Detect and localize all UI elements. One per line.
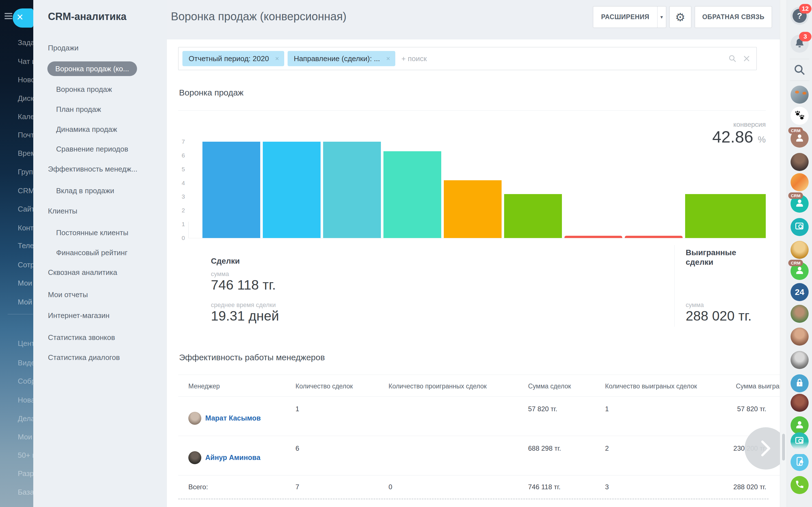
rail-item-11[interactable]: Контакт-центр [18,224,33,232]
rail-item-2[interactable]: Чат и звонки [18,57,33,66]
chevron-down-icon: ▼ [659,15,664,19]
bitrix24-badge[interactable]: 24 [791,283,809,301]
rail-item-3[interactable]: Новости [18,75,33,84]
total-lost: 0 [389,483,392,491]
sidebar-item-9[interactable]: Клиенты [48,205,77,217]
rail-item-b8[interactable]: Разработчикам [18,469,33,478]
rail-item-7[interactable]: Время и отчеты [18,149,33,158]
sidebar-item-8[interactable]: Вклад в продажи [56,184,114,197]
funnel-bar-8[interactable] [625,236,682,238]
sidebar-item-2[interactable]: Воронка продаж (ко... [47,61,137,76]
remove-chip-icon[interactable]: × [386,55,390,62]
chat-contact-green[interactable] [791,416,809,434]
table-scroll-right-button[interactable] [745,427,780,469]
sidebar-item-13[interactable]: Мои отчеты [48,288,88,301]
sidebar-item-12[interactable]: Сквозная аналитика [48,266,117,279]
funnel-bar-4[interactable] [384,151,441,238]
funnel-bar-5[interactable] [444,180,502,238]
total-won-sum: 288 020 тг. [689,483,766,491]
rail-item-8[interactable]: Группы [18,168,33,176]
menu-toggle-icon[interactable] [4,13,12,19]
extensions-button[interactable]: РАСШИРЕНИЯ ▼ [593,6,666,28]
rail-item-9[interactable]: CRM [18,186,33,195]
settings-button[interactable]: ⚙ [669,6,691,28]
notifications-button[interactable]: 3 [791,35,809,53]
rail-item-b4[interactable]: Новая страница [18,396,33,404]
rail-item-13[interactable]: Сотрудники [18,261,33,269]
funnel-bar-3[interactable] [323,142,381,238]
extensions-dropdown-button[interactable]: ▼ [657,6,666,27]
clear-filter-icon[interactable] [742,54,751,63]
filter-chip-direction[interactable]: Направление (сделки): ... × [288,51,395,66]
sidebar-item-15[interactable]: Статистика звонков [48,331,115,344]
stats-divider [674,245,675,327]
sidebar-item-3[interactable]: Воронка продаж [56,83,112,96]
funnel-bar-7[interactable] [564,236,622,238]
rail-item-5[interactable]: Календарь [18,112,33,121]
chat-avatar-woman-2[interactable] [791,328,809,346]
chat-avatar-man-1[interactable] [791,305,809,323]
mobile-app-button[interactable] [791,453,809,471]
secure-chat-button[interactable] [791,374,809,392]
filter-chip-period[interactable]: Отчетный период: 2020 × [183,51,284,66]
sidebar-item-7[interactable]: Эффективность менедж... [48,163,137,175]
rail-item-b9[interactable]: База знаний [18,488,33,496]
close-menu-button[interactable]: × [13,8,33,27]
manager-link[interactable]: Марат Касымов [205,414,261,422]
rail-item-b2[interactable]: Видео [18,358,33,367]
cell-won: 2 [605,445,609,452]
filter-bar[interactable]: Отчетный период: 2020 × Направление (сде… [178,47,757,70]
rail-item-b7[interactable]: 50+ инструментов [18,451,33,459]
sidebar-item-4[interactable]: План продаж [56,103,101,115]
feedback-button[interactable]: ОБРАТНАЯ СВЯЗЬ [695,6,772,28]
help-button[interactable]: ?12 [791,7,809,25]
person-icon [794,198,805,210]
rail-item-15[interactable]: Мой тариф [18,298,33,306]
chat-avatar-woman-1[interactable] [791,153,809,171]
rail-item-b5[interactable]: Дела [18,414,33,423]
chat-crm-contact-2[interactable]: CRM [791,194,809,213]
rail-item-12[interactable]: Телефония [18,241,33,250]
chat-avatar-woman-3[interactable] [791,394,809,412]
rail-item-b6[interactable]: Мои дела [18,433,33,441]
search-icon[interactable] [728,54,737,63]
chat-avatar-abstract[interactable] [791,173,809,191]
search-button[interactable] [791,61,809,79]
remove-chip-icon[interactable]: × [275,55,279,62]
call-button[interactable] [791,476,809,494]
sidebar-item-11[interactable]: Финансовый рейтинг [56,246,128,259]
deals-avg-value: 19.31 дней [211,308,279,324]
chat-avatar-man-2[interactable] [791,351,809,369]
funnel-bar-9[interactable] [685,194,766,238]
chat-crm-contact-1[interactable]: CRM [791,129,809,148]
total-deals: 7 [296,483,299,491]
sidebar-item-1[interactable]: Продажи [48,42,79,54]
filter-search-input[interactable]: + поиск [402,54,728,63]
sidebar-item-6[interactable]: Сравнение периодов [56,143,128,155]
funnel-bar-6[interactable] [504,194,562,238]
rail-item-6[interactable]: Почта [18,131,33,139]
table-scroll-track[interactable] [178,499,769,499]
sidebar-item-5[interactable]: Динамика продаж [56,123,117,135]
gear-icon: ⚙ [675,11,686,24]
funnel-bar-2[interactable] [263,142,320,238]
rail-item-14[interactable]: Мои документы [18,279,33,287]
y-tick-4: 4 [174,180,185,186]
chat-avatar-paws[interactable] [791,107,809,125]
funnel-bar-1[interactable] [202,142,260,238]
sidebar-item-10[interactable]: Постоянные клиенты [56,226,128,239]
chat-avatar-cartoon[interactable] [791,241,809,259]
rail-item-4[interactable]: Диск [18,94,33,103]
manager-link[interactable]: Айнур Аминова [205,453,260,462]
rail-item-b1[interactable]: Центр продаж [18,339,33,348]
sidebar-item-14[interactable]: Интернет-магазин [48,309,109,322]
sidebar-item-16[interactable]: Статистика диалогов [48,351,120,363]
rail-item-1[interactable]: Задачи [18,38,33,47]
vertical-scrollbar[interactable] [782,434,785,460]
rail-item-10[interactable]: Сайты [18,205,33,213]
rail-item-b3[interactable]: Собрания [18,377,33,385]
divider [178,110,766,111]
chat-doc-search[interactable] [791,218,809,236]
chat-avatar-team[interactable] [791,86,809,104]
chat-crm-contact-3[interactable]: CRM [791,262,809,280]
